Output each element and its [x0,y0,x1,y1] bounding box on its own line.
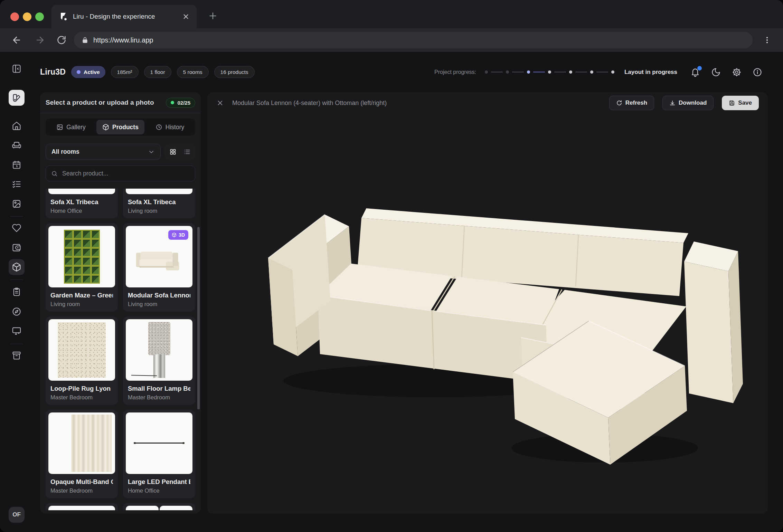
bell-icon[interactable] [690,67,700,77]
product-title: Opaque Multi-Band Cu... [50,478,113,486]
progress-stepper [482,67,617,77]
devices-icon[interactable] [9,323,25,339]
heart-icon[interactable] [9,220,25,236]
product-card[interactable]: Loop-Pile Rug Lyon Master Bedroom [46,316,118,405]
app-header: Liru3D Active 185m² 1 floor 5 rooms 16 p… [0,52,783,92]
traffic-light-close[interactable] [10,12,19,21]
browser-tab[interactable]: Liru - Design the experience [51,5,197,28]
tab-products[interactable]: Products [96,120,144,134]
product-title: Modular Sofa Lennon (... [128,292,190,299]
product-card[interactable]: Opaque Multi-Band Cu... Master Bedroom [46,410,118,498]
browser-toolbar: https://www.liru.app [0,28,783,52]
avatar[interactable]: OF [9,507,25,523]
compass-icon[interactable] [9,304,25,320]
traffic-light-zoom[interactable] [35,12,44,21]
product-image-sofa: 3D [126,226,192,287]
box-icon [102,124,109,131]
forward-icon[interactable] [33,33,47,47]
gallery-icon[interactable] [9,196,25,212]
progress-label: Project progress: [434,69,476,75]
box-icon [172,232,177,237]
address-bar[interactable]: https://www.liru.app [74,32,753,48]
home-icon[interactable] [9,118,25,134]
kebab-icon[interactable] [760,33,774,47]
rooms-filter-select[interactable]: All rooms [46,144,161,160]
product-room: Living room [50,301,113,307]
sofa-3d-render[interactable] [263,206,746,469]
products-panel: Select a product or upload a photo 02/25… [40,92,201,514]
sofa-icon[interactable] [9,137,25,153]
progress-step-7[interactable] [608,67,617,77]
product-card[interactable]: Sofa XL Tribeca Living room [123,189,195,218]
product-title: Loop-Pile Rug Lyon [50,385,113,392]
tab-strip: Liru - Design the experience [0,0,783,28]
product-image-maze [48,226,115,287]
archive-icon[interactable] [9,348,25,363]
progress-step-2[interactable] [503,67,512,77]
product-room: Home Office [128,487,190,494]
moon-icon[interactable] [711,67,721,77]
cube-icon[interactable] [9,259,25,275]
progress-step-6[interactable] [587,67,596,77]
save-icon [729,100,735,106]
counter-dot [171,101,174,104]
counter-badge: 02/25 [166,98,195,108]
traffic-light-minimize[interactable] [23,12,31,21]
tasks-icon[interactable] [9,176,25,192]
tab-history[interactable]: History [146,120,194,134]
gear-icon[interactable] [732,67,742,77]
back-icon[interactable] [10,33,23,47]
product-card[interactable]: Sofa XL Tribeca Home Office [46,189,118,218]
swatches-icon[interactable] [9,90,25,106]
product-card[interactable] [123,503,195,510]
clipboard-icon[interactable] [9,284,25,300]
grid-view-icon[interactable] [169,148,177,155]
favicon [58,12,68,21]
product-room: Living room [128,208,190,214]
wallet-icon[interactable] [9,240,25,256]
tab-gallery[interactable]: Gallery [47,120,95,134]
download-button[interactable]: Download [662,96,714,110]
stat-area: 185m² [111,66,139,78]
notification-dot [697,66,702,70]
product-image [126,189,192,194]
reload-icon[interactable] [55,33,68,47]
stat-floors: 1 floor [144,66,171,78]
product-card[interactable]: Small Floor Lamp Benan Master Bedroom [123,316,195,405]
panel-scrollbar[interactable] [197,227,200,409]
progress-step-4[interactable] [545,67,554,77]
product-image-curtain [48,412,115,474]
viewer-canvas[interactable]: Modular Sofa Lennon (4-seater) with Otto… [207,92,768,514]
tab-close-icon[interactable] [182,13,190,20]
product-room: Home Office [50,208,113,214]
new-tab-button[interactable] [205,8,220,23]
save-button[interactable]: Save [722,96,759,110]
product-card[interactable]: Large LED Pendant El... Home Office [123,410,195,498]
tab-title: Liru - Design the experience [73,13,177,20]
viewer-title: Modular Sofa Lennon (4-seater) with Otto… [232,99,601,107]
browser-window: Liru - Design the experience https://www… [0,0,783,532]
progress-step-5[interactable] [566,67,575,77]
info-icon[interactable] [753,67,762,77]
refresh-button[interactable]: Refresh [609,96,654,110]
product-card[interactable]: Garden Maze – Green Living room [46,223,118,312]
product-image-lamp [126,319,192,381]
product-card[interactable] [46,503,118,510]
sidebar-toggle-icon[interactable] [9,61,25,77]
close-icon[interactable] [216,99,224,107]
product-image [48,189,115,194]
status-badge: Active [71,66,105,78]
progress-step-3[interactable] [524,67,533,77]
chevron-down-icon [148,149,155,155]
calendar-icon[interactable] [9,157,25,173]
refresh-icon [616,100,622,106]
product-grid: Sofa XL Tribeca Home Office Sofa XL Trib… [46,189,195,510]
product-card-lennon[interactable]: 3D Modular Sofa Lennon (... Living room [123,223,195,312]
gallery-icon [56,124,63,131]
progress-step-1[interactable] [482,67,491,77]
list-view-icon[interactable] [183,148,191,155]
product-room: Master Bedroom [128,394,190,401]
search-input[interactable] [62,170,190,178]
rail-divider [10,279,23,280]
view-toggle [165,144,195,160]
